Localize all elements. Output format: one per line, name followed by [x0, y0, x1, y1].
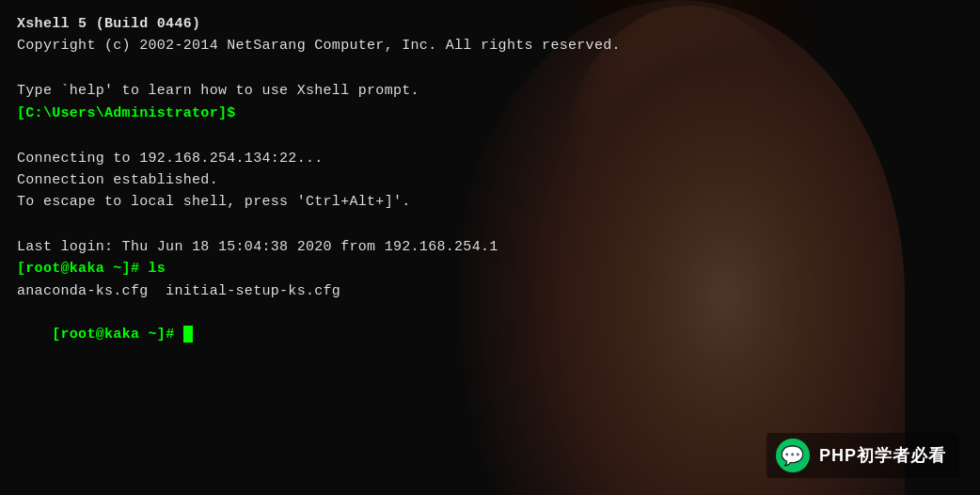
last-login: Last login: Thu Jun 18 15:04:38 2020 fro…	[17, 236, 963, 258]
wechat-emoji: 💬	[781, 444, 804, 468]
cursor	[183, 326, 193, 343]
watermark-text: PHP初学者必看	[819, 444, 946, 467]
prompt3-text: [root@kaka ~]#	[52, 327, 183, 343]
prompt2-ls: [root@kaka ~]# ls	[17, 258, 963, 279]
prompt1: [C:\Users\Administrator]$	[17, 103, 963, 124]
watermark: 💬 PHP初学者必看	[767, 433, 959, 478]
title-line: Xshell 5 (Build 0446)	[17, 13, 963, 35]
connect2: Connection established.	[17, 169, 963, 191]
help-line: Type `help' to learn how to use Xshell p…	[17, 80, 963, 102]
files-list: anaconda-ks.cfg initial-setup-ks.cfg	[17, 280, 963, 302]
terminal-window: Xshell 5 (Build 0446) Copyright (c) 2002…	[0, 0, 980, 495]
connect1: Connecting to 192.168.254.134:22...	[17, 148, 963, 169]
spacer2	[17, 124, 963, 148]
wechat-icon: 💬	[776, 439, 810, 472]
prompt3: [root@kaka ~]#	[17, 302, 963, 368]
spacer3	[17, 213, 963, 236]
copyright-line: Copyright (c) 2002-2014 NetSarang Comput…	[17, 35, 963, 56]
spacer1	[17, 57, 963, 81]
connect3: To escape to local shell, press 'Ctrl+Al…	[17, 191, 963, 213]
